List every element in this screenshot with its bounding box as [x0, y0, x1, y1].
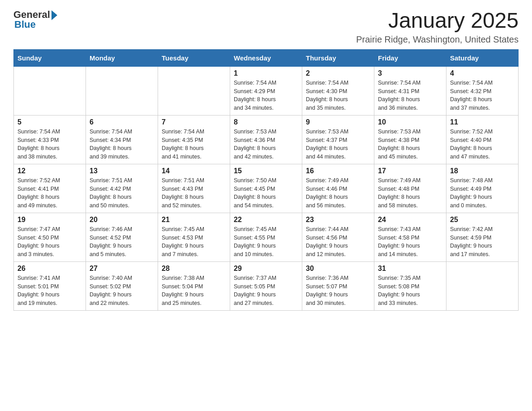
- calendar-cell: 28Sunrise: 7:38 AMSunset: 5:04 PMDayligh…: [158, 261, 230, 310]
- day-number: 13: [90, 167, 154, 175]
- day-number: 5: [17, 118, 82, 126]
- day-number: 19: [17, 216, 82, 224]
- day-info: Sunrise: 7:38 AMSunset: 5:04 PMDaylight:…: [162, 274, 226, 308]
- day-info: Sunrise: 7:46 AMSunset: 4:52 PMDaylight:…: [90, 225, 154, 259]
- day-number: 25: [450, 216, 515, 224]
- day-number: 27: [90, 265, 154, 273]
- calendar-cell: 6Sunrise: 7:54 AMSunset: 4:34 PMDaylight…: [86, 115, 158, 164]
- day-info: Sunrise: 7:54 AMSunset: 4:29 PMDaylight:…: [234, 79, 298, 112]
- calendar-cell: 31Sunrise: 7:35 AMSunset: 5:08 PMDayligh…: [374, 261, 446, 310]
- calendar-cell: 2Sunrise: 7:54 AMSunset: 4:30 PMDaylight…: [302, 66, 374, 115]
- day-number: 16: [306, 167, 370, 175]
- calendar-week-row: 12Sunrise: 7:52 AMSunset: 4:41 PMDayligh…: [14, 164, 519, 213]
- calendar-cell: 3Sunrise: 7:54 AMSunset: 4:31 PMDaylight…: [374, 66, 446, 115]
- calendar-cell: 27Sunrise: 7:40 AMSunset: 5:02 PMDayligh…: [86, 261, 158, 310]
- day-number: 2: [306, 69, 370, 77]
- calendar-week-row: 1Sunrise: 7:54 AMSunset: 4:29 PMDaylight…: [14, 66, 519, 115]
- col-wednesday: Wednesday: [230, 49, 302, 66]
- calendar-cell: 1Sunrise: 7:54 AMSunset: 4:29 PMDaylight…: [230, 66, 302, 115]
- calendar-cell: 29Sunrise: 7:37 AMSunset: 5:05 PMDayligh…: [230, 261, 302, 310]
- day-info: Sunrise: 7:43 AMSunset: 4:58 PMDaylight:…: [378, 225, 442, 259]
- day-number: 9: [306, 118, 370, 126]
- page-header: General Blue January 2025 Prairie Ridge,…: [13, 9, 519, 45]
- calendar-cell: 20Sunrise: 7:46 AMSunset: 4:52 PMDayligh…: [86, 213, 158, 261]
- day-info: Sunrise: 7:37 AMSunset: 5:05 PMDaylight:…: [234, 274, 298, 308]
- calendar-cell: 18Sunrise: 7:48 AMSunset: 4:49 PMDayligh…: [446, 164, 519, 213]
- day-info: Sunrise: 7:45 AMSunset: 4:55 PMDaylight:…: [234, 225, 298, 259]
- calendar-cell: 11Sunrise: 7:52 AMSunset: 4:40 PMDayligh…: [446, 115, 519, 164]
- calendar-cell: 19Sunrise: 7:47 AMSunset: 4:50 PMDayligh…: [14, 213, 86, 261]
- calendar-cell: [86, 66, 158, 115]
- day-info: Sunrise: 7:49 AMSunset: 4:48 PMDaylight:…: [378, 176, 442, 210]
- calendar-cell: 21Sunrise: 7:45 AMSunset: 4:53 PMDayligh…: [158, 213, 230, 261]
- day-info: Sunrise: 7:53 AMSunset: 4:36 PMDaylight:…: [234, 128, 298, 161]
- calendar-cell: 25Sunrise: 7:42 AMSunset: 4:59 PMDayligh…: [446, 213, 519, 261]
- day-info: Sunrise: 7:36 AMSunset: 5:07 PMDaylight:…: [306, 274, 370, 308]
- month-title: January 2025: [356, 9, 519, 33]
- day-number: 31: [378, 265, 442, 273]
- day-number: 22: [234, 216, 298, 224]
- day-info: Sunrise: 7:53 AMSunset: 4:38 PMDaylight:…: [378, 128, 442, 161]
- day-number: 26: [17, 265, 82, 273]
- day-info: Sunrise: 7:44 AMSunset: 4:56 PMDaylight:…: [306, 225, 370, 259]
- calendar-cell: 17Sunrise: 7:49 AMSunset: 4:48 PMDayligh…: [374, 164, 446, 213]
- day-number: 8: [234, 118, 298, 126]
- day-info: Sunrise: 7:54 AMSunset: 4:35 PMDaylight:…: [162, 128, 226, 161]
- day-info: Sunrise: 7:51 AMSunset: 4:42 PMDaylight:…: [90, 176, 154, 210]
- col-tuesday: Tuesday: [158, 49, 230, 66]
- day-number: 28: [162, 265, 226, 273]
- calendar-cell: 8Sunrise: 7:53 AMSunset: 4:36 PMDaylight…: [230, 115, 302, 164]
- day-number: 14: [162, 167, 226, 175]
- day-number: 11: [450, 118, 515, 126]
- day-number: 1: [234, 69, 298, 77]
- calendar-cell: 10Sunrise: 7:53 AMSunset: 4:38 PMDayligh…: [374, 115, 446, 164]
- day-number: 7: [162, 118, 226, 126]
- calendar-week-row: 5Sunrise: 7:54 AMSunset: 4:33 PMDaylight…: [14, 115, 519, 164]
- col-saturday: Saturday: [446, 49, 519, 66]
- day-info: Sunrise: 7:54 AMSunset: 4:31 PMDaylight:…: [378, 79, 442, 112]
- calendar-cell: 12Sunrise: 7:52 AMSunset: 4:41 PMDayligh…: [14, 164, 86, 213]
- day-info: Sunrise: 7:54 AMSunset: 4:32 PMDaylight:…: [450, 79, 515, 112]
- day-info: Sunrise: 7:53 AMSunset: 4:37 PMDaylight:…: [306, 128, 370, 161]
- col-sunday: Sunday: [14, 49, 86, 66]
- logo-blue-text: Blue: [14, 19, 36, 30]
- col-monday: Monday: [86, 49, 158, 66]
- day-number: 12: [17, 167, 82, 175]
- day-info: Sunrise: 7:42 AMSunset: 4:59 PMDaylight:…: [450, 225, 515, 259]
- day-info: Sunrise: 7:54 AMSunset: 4:33 PMDaylight:…: [17, 128, 82, 161]
- calendar-cell: 5Sunrise: 7:54 AMSunset: 4:33 PMDaylight…: [14, 115, 86, 164]
- day-number: 21: [162, 216, 226, 224]
- calendar-cell: 13Sunrise: 7:51 AMSunset: 4:42 PMDayligh…: [86, 164, 158, 213]
- calendar-cell: 30Sunrise: 7:36 AMSunset: 5:07 PMDayligh…: [302, 261, 374, 310]
- day-info: Sunrise: 7:51 AMSunset: 4:43 PMDaylight:…: [162, 176, 226, 210]
- day-number: 24: [378, 216, 442, 224]
- day-info: Sunrise: 7:50 AMSunset: 4:45 PMDaylight:…: [234, 176, 298, 210]
- day-info: Sunrise: 7:49 AMSunset: 4:46 PMDaylight:…: [306, 176, 370, 210]
- day-info: Sunrise: 7:47 AMSunset: 4:50 PMDaylight:…: [17, 225, 82, 259]
- day-info: Sunrise: 7:52 AMSunset: 4:40 PMDaylight:…: [450, 128, 515, 161]
- day-info: Sunrise: 7:54 AMSunset: 4:30 PMDaylight:…: [306, 79, 370, 112]
- col-friday: Friday: [374, 49, 446, 66]
- day-number: 18: [450, 167, 515, 175]
- calendar-cell: 4Sunrise: 7:54 AMSunset: 4:32 PMDaylight…: [446, 66, 519, 115]
- day-info: Sunrise: 7:41 AMSunset: 5:01 PMDaylight:…: [17, 274, 82, 308]
- calendar-cell: 16Sunrise: 7:49 AMSunset: 4:46 PMDayligh…: [302, 164, 374, 213]
- calendar-week-row: 26Sunrise: 7:41 AMSunset: 5:01 PMDayligh…: [14, 261, 519, 310]
- logo-triangle-icon: [51, 10, 57, 20]
- location-subtitle: Prairie Ridge, Washington, United States: [356, 34, 519, 45]
- calendar-week-row: 19Sunrise: 7:47 AMSunset: 4:50 PMDayligh…: [14, 213, 519, 261]
- day-info: Sunrise: 7:54 AMSunset: 4:34 PMDaylight:…: [90, 128, 154, 161]
- col-thursday: Thursday: [302, 49, 374, 66]
- logo: General Blue: [13, 9, 57, 30]
- calendar-cell: 9Sunrise: 7:53 AMSunset: 4:37 PMDaylight…: [302, 115, 374, 164]
- day-info: Sunrise: 7:45 AMSunset: 4:53 PMDaylight:…: [162, 225, 226, 259]
- day-number: 3: [378, 69, 442, 77]
- calendar-cell: [14, 66, 86, 115]
- day-info: Sunrise: 7:35 AMSunset: 5:08 PMDaylight:…: [378, 274, 442, 308]
- calendar-cell: 26Sunrise: 7:41 AMSunset: 5:01 PMDayligh…: [14, 261, 86, 310]
- day-number: 30: [306, 265, 370, 273]
- day-number: 17: [378, 167, 442, 175]
- calendar-cell: 23Sunrise: 7:44 AMSunset: 4:56 PMDayligh…: [302, 213, 374, 261]
- calendar-header-row: Sunday Monday Tuesday Wednesday Thursday…: [14, 49, 519, 66]
- title-section: January 2025 Prairie Ridge, Washington, …: [356, 9, 519, 45]
